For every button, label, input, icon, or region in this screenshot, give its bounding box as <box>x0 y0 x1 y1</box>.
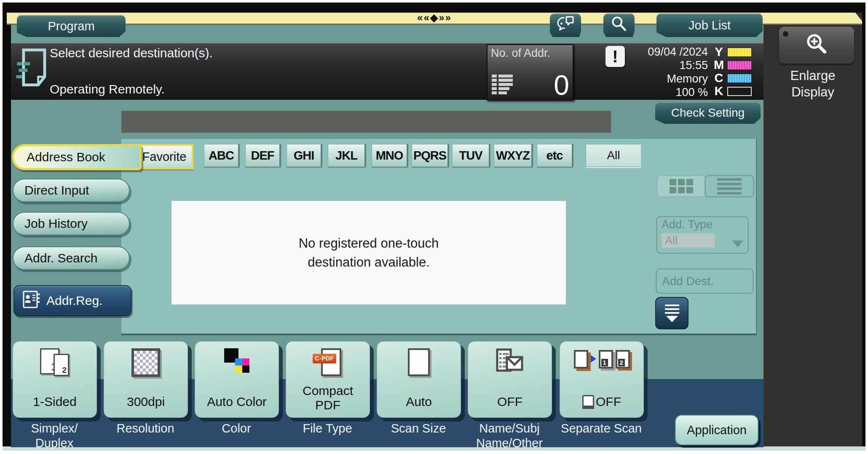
resolution-label: Resolution <box>95 421 196 436</box>
color-label: Color <box>186 421 287 436</box>
application-button[interactable]: Application <box>675 415 758 445</box>
status-bar: Select desired destination(s). Operating… <box>11 43 764 100</box>
scan-size-label: Scan Size <box>368 421 469 436</box>
memory-label: Memory <box>573 72 708 85</box>
tab-mno[interactable]: MNO <box>372 144 408 167</box>
sidebar-item-job-history[interactable]: Job History <box>13 212 130 235</box>
add-type-dropdown[interactable]: Add. Type All <box>656 216 749 254</box>
empty-message-line1: No registered one-touch <box>299 234 439 253</box>
file-type-button[interactable]: C-PDF Compact PDF <box>286 341 370 418</box>
no-of-addr-value: 0 <box>554 71 569 99</box>
tab-def[interactable]: DEF <box>245 144 281 167</box>
sidebar-item-address-book[interactable]: Address Book <box>12 144 142 170</box>
scroll-down-button[interactable] <box>655 297 689 329</box>
addr-reg-button[interactable]: Addr.Reg. <box>13 285 131 316</box>
tab-jkl[interactable]: JKL <box>328 144 366 167</box>
tab-favorite[interactable]: Favorite <box>135 144 193 169</box>
toner-row: M <box>713 59 752 72</box>
check-setting-button[interactable]: Check Setting <box>655 102 761 124</box>
enlarge-display-label: Enlarge Display <box>764 67 862 100</box>
arrow-right-icon <box>591 355 596 363</box>
status-date: 09/04 /2024 <box>573 45 708 59</box>
addr-reg-label: Addr.Reg. <box>46 294 102 308</box>
tab-label: All <box>607 149 620 162</box>
add-type-value: All <box>662 233 715 248</box>
tab-pqrs[interactable]: PQRS <box>412 144 449 167</box>
file-type-value: Compact PDF <box>286 384 370 412</box>
toner-row: C <box>713 72 752 85</box>
name-subj-button[interactable]: OFF <box>468 341 552 418</box>
destination-display-bar <box>121 111 611 133</box>
empty-destination-message: No registered one-touch destination avai… <box>171 201 566 304</box>
tab-label: ABC <box>209 149 234 163</box>
simplex-duplex-button[interactable]: 1 2 1-Sided <box>13 341 97 418</box>
search-icon <box>610 15 628 36</box>
application-label: Application <box>687 423 747 437</box>
sidebar-item-direct-input[interactable]: Direct Input <box>13 179 130 202</box>
addr-search-label: Addr. Search <box>24 251 97 265</box>
tab-label: etc <box>547 149 563 163</box>
simplex-duplex-value: 1-Sided <box>13 395 96 409</box>
tab-all[interactable]: All <box>586 144 641 167</box>
status-time: 15:55 <box>573 59 708 72</box>
tab-etc[interactable]: etc <box>537 144 573 167</box>
tab-tuv[interactable]: TUV <box>452 144 490 167</box>
separate-scan-button[interactable]: 1 2 OFF <box>560 341 644 418</box>
tab-label: WXYZ <box>496 149 530 163</box>
separate-scan-label: Separate Scan <box>551 421 652 436</box>
list-view-icon <box>717 178 742 195</box>
magnifier-plus-icon <box>805 33 828 58</box>
grid-view-icon <box>670 179 693 193</box>
color-button[interactable]: Auto Color <box>195 341 279 418</box>
resolution-value: 300dpi <box>104 395 188 409</box>
add-dest-button[interactable]: Add Dest. <box>656 268 754 294</box>
duplex-pages-icon: 1 2 <box>38 348 71 376</box>
tab-label: PQRS <box>413 149 446 163</box>
cmyk-squares-icon <box>221 348 253 374</box>
search-button[interactable] <box>603 13 635 37</box>
toner-letter-c: C <box>713 71 725 85</box>
tab-abc[interactable]: ABC <box>204 144 240 167</box>
list-envelope-icon <box>496 348 524 374</box>
view-list-toggle[interactable] <box>705 175 754 198</box>
separate-scan-icon: 1 2 <box>574 350 630 369</box>
datetime-block: 09/04 /2024 15:55 Memory 100 % <box>573 45 708 99</box>
add-type-label: Add. Type <box>662 218 713 231</box>
job-list-button[interactable]: Job List <box>656 13 763 37</box>
tab-label: TUV <box>459 149 482 163</box>
no-of-addr-counter: No. of Addr. 0 <box>487 44 573 101</box>
toner-row: Y <box>713 45 752 59</box>
address-book-panel: Favorite ABC DEF GHI JKL MNO PQRS TUV <box>121 139 757 335</box>
resolution-button[interactable]: 300dpi <box>104 341 188 418</box>
tab-label: GHI <box>294 149 314 163</box>
file-type-label: File Type <box>277 421 378 436</box>
program-button[interactable]: Program <box>17 15 126 37</box>
tab-label: JKL <box>335 149 357 163</box>
status-message-line2: Operating Remotely. <box>50 82 165 96</box>
add-dest-label: Add Dest. <box>662 275 714 288</box>
device-screen: Program Job List <box>0 0 868 454</box>
arrow-down-icon <box>666 316 678 322</box>
scan-size-button[interactable]: Auto <box>377 341 461 418</box>
toner-letter-k: K <box>713 84 725 98</box>
voice-guidance-button[interactable] <box>550 13 581 37</box>
enlarge-display-button[interactable] <box>779 27 854 64</box>
compact-pdf-icon: C-PDF <box>313 348 343 375</box>
toner-row: K <box>713 85 752 98</box>
destination-list-icon <box>492 75 514 96</box>
toner-gauge: Y M C K <box>713 45 752 98</box>
tab-wxyz[interactable]: WXYZ <box>494 144 533 167</box>
program-label: Program <box>48 19 94 33</box>
tab-label: DEF <box>251 149 274 163</box>
separate-scan-value: OFF <box>596 395 621 409</box>
tab-ghi[interactable]: GHI <box>287 144 322 167</box>
voice-guidance-icon <box>556 16 575 35</box>
toner-bar-black <box>727 87 752 96</box>
status-message-line1: Select desired destination(s). <box>50 46 213 60</box>
tab-label: MNO <box>376 149 403 163</box>
job-history-label: Job History <box>24 216 88 231</box>
view-grid-toggle[interactable] <box>656 175 706 198</box>
sidebar-item-addr-search[interactable]: Addr. Search <box>13 246 130 270</box>
toner-bar-cyan <box>727 74 752 83</box>
direct-input-label: Direct Input <box>24 183 89 198</box>
